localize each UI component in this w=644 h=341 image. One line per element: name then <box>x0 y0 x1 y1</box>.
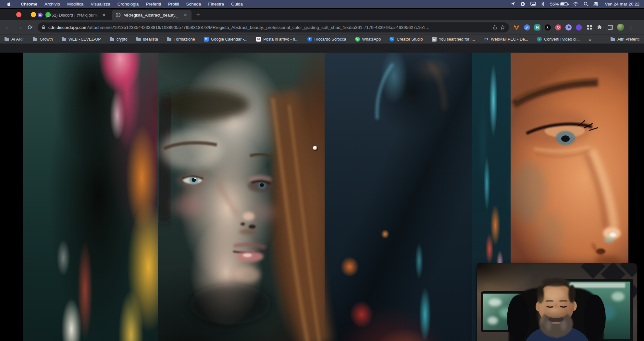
extensions-puzzle-icon[interactable] <box>597 24 603 31</box>
bookmark-folder-web-level-up[interactable]: WEB - LEVEL-UP <box>62 37 101 42</box>
purple-extension-icon[interactable] <box>576 24 582 31</box>
menu-item-profili[interactable]: Profili <box>165 2 183 6</box>
bookmark-webmail-pec[interactable]: WebMail PEC - De... <box>484 37 528 42</box>
metamask-extension-icon[interactable] <box>514 24 520 31</box>
tab-grid-icon[interactable] <box>586 24 592 31</box>
bookmark-folder-formazione[interactable]: Formazione <box>167 37 195 42</box>
bookmark-label: idealista <box>143 37 158 42</box>
folder-icon <box>611 38 615 41</box>
menu-item-modifica[interactable]: Modifica <box>64 2 87 6</box>
lavender-extension-icon[interactable] <box>565 24 572 31</box>
image-panel-portrait <box>158 53 325 341</box>
bookmark-label: crypto <box>117 37 128 42</box>
tab-close-icon[interactable]: ✕ <box>101 12 107 18</box>
tab-image-attachment[interactable]: MRregista_Abstract_beauty._ ✕ <box>112 10 192 20</box>
bookmark-label: Google Calendar -... <box>211 37 248 42</box>
page-icon <box>432 37 437 42</box>
page-content <box>0 53 644 341</box>
status-app-icon[interactable] <box>520 2 525 6</box>
other-bookmarks[interactable]: Altri Preferiti <box>611 37 639 42</box>
image-panel-abstract-ribbon <box>23 53 158 341</box>
menu-item-chrome[interactable]: Chrome <box>17 2 41 6</box>
padlock-icon[interactable] <box>42 25 45 30</box>
menu-item-archivio[interactable]: Archivio <box>41 2 64 6</box>
bookmark-video-converter[interactable]: Converti i video di... <box>537 37 580 42</box>
notion-ai-extension-icon[interactable]: N <box>534 24 540 31</box>
url-path: /attachments/1013512335442333816/1088905… <box>88 25 430 30</box>
back-button[interactable]: ← <box>3 22 13 32</box>
battery-percent-label: 56% <box>550 2 559 6</box>
reload-button[interactable]: ⟳ <box>25 22 35 32</box>
forward-button[interactable]: → <box>14 22 24 32</box>
bookmark-label: Altri Preferiti <box>617 37 639 42</box>
tab-title: (2762) Discord | @Midjourney <box>45 13 98 18</box>
blue-extension-icon[interactable] <box>524 24 530 31</box>
address-bar[interactable]: cdn.discordapp.com/attachments/101351233… <box>38 22 509 32</box>
bookmark-you-searched[interactable]: You searched for I... <box>432 37 475 42</box>
bookmarks-bar: AI ART Growth WEB - LEVEL-UP crypto idea… <box>0 34 644 44</box>
facebook-icon: f <box>307 37 312 42</box>
control-center-icon[interactable] <box>593 2 598 6</box>
bookmarks-overflow-chevron[interactable]: » <box>589 37 591 42</box>
folder-icon <box>167 38 171 41</box>
chrome-window: (2762) Discord | @Midjourney ✕ MRregista… <box>0 9 644 341</box>
whatsapp-icon <box>355 37 360 42</box>
folder-icon <box>136 38 141 41</box>
chrome-menu-kebab-icon[interactable]: ⋮ <box>628 27 632 28</box>
globe-favicon <box>116 12 121 18</box>
close-window-button[interactable] <box>16 12 21 17</box>
bookmark-label: Riccardo Scrocca <box>315 37 346 42</box>
bookmark-star-icon[interactable] <box>500 25 505 30</box>
side-panel-icon[interactable] <box>607 24 613 31</box>
menu-item-finestra[interactable]: Finestra <box>204 2 228 6</box>
menu-item-scheda[interactable]: Scheda <box>182 2 204 6</box>
tab-discord[interactable]: (2762) Discord | @Midjourney ✕ <box>34 10 110 20</box>
profile-avatar[interactable] <box>617 24 624 31</box>
url-host: cdn.discordapp.com <box>48 25 88 30</box>
red-extension-icon[interactable] <box>555 24 561 31</box>
menu-bar-clock[interactable]: Ven 24 mar 20:22 <box>605 2 639 6</box>
bluetooth-icon[interactable] <box>541 2 545 6</box>
bookmark-creator-studio[interactable]: Creator Studio <box>390 37 423 42</box>
bookmark-folder-growth[interactable]: Growth <box>33 37 53 42</box>
menu-item-visualizza[interactable]: Visualizza <box>87 2 114 6</box>
meta-icon <box>390 37 394 42</box>
bookmark-folder-crypto[interactable]: crypto <box>110 37 128 42</box>
browser-toolbar: ← → ⟳ cdn.discordapp.com/attachments/101… <box>0 20 644 34</box>
menu-item-guida[interactable]: Guida <box>228 2 246 6</box>
bookmark-label: Formazione <box>174 37 195 42</box>
folder-icon <box>62 38 66 41</box>
bookmark-label: Converti i video di... <box>544 37 580 42</box>
menu-item-cronologia[interactable]: Cronologia <box>114 2 142 6</box>
tab-close-icon[interactable]: ✕ <box>182 12 188 18</box>
minimize-window-button[interactable] <box>31 12 36 17</box>
battery-indicator[interactable]: 56% <box>550 2 568 6</box>
extensions-row: N <box>514 24 613 31</box>
toolbar-right: ⋮ <box>617 24 632 31</box>
new-tab-button[interactable]: + <box>192 10 204 20</box>
bookmark-label: WhatsApp <box>362 37 381 42</box>
bookmark-label: You searched for I... <box>439 37 475 42</box>
apple-menu-icon[interactable] <box>6 2 11 6</box>
image-panel-dark-bokeh <box>325 53 472 341</box>
midjourney-extension-icon[interactable] <box>545 24 551 31</box>
bookmark-facebook-profile[interactable]: fRiccardo Scrocca <box>307 37 346 42</box>
bookmark-whatsapp[interactable]: WhatsApp <box>355 37 381 42</box>
url-text: cdn.discordapp.com/attachments/101351233… <box>48 25 489 30</box>
bookmark-gmail-inbox[interactable]: MPosta in arrivo - ri... <box>256 37 298 42</box>
bookmark-label: Creator Studio <box>397 37 423 42</box>
bookmark-label: WebMail PEC - De... <box>491 37 528 42</box>
share-icon[interactable] <box>492 25 497 30</box>
bookmark-google-calendar[interactable]: 31Google Calendar -... <box>204 37 248 42</box>
bookmark-folder-ai-art[interactable]: AI ART <box>5 37 24 42</box>
screen-mirroring-icon[interactable] <box>530 2 536 6</box>
calendar-icon: 31 <box>204 37 209 42</box>
spotlight-search-icon[interactable] <box>584 2 588 6</box>
macos-menu-bar: Chrome Archivio Modifica Visualizza Cron… <box>0 0 644 8</box>
wifi-icon[interactable] <box>573 2 578 6</box>
bookmark-folder-idealista[interactable]: idealista <box>136 37 158 42</box>
location-arrow-icon[interactable] <box>511 2 515 6</box>
webcam-scene <box>477 263 637 341</box>
menu-item-preferiti[interactable]: Preferiti <box>142 2 165 6</box>
tab-title: MRregista_Abstract_beauty._ <box>123 13 180 18</box>
